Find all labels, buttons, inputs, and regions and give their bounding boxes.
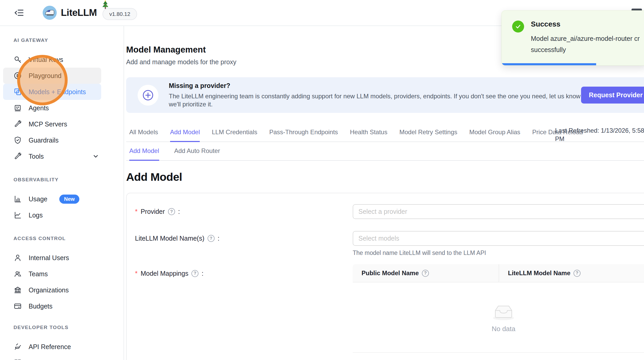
sidebar-item-guardrails[interactable]: Guardrails <box>3 132 101 148</box>
collapse-sidebar-icon[interactable] <box>14 8 25 18</box>
chevron-down-icon <box>92 153 99 160</box>
sidebar-item-api-reference[interactable]: API Reference <box>3 339 101 355</box>
column-litellm-model-name: LiteLLM Model Name ? <box>499 264 644 282</box>
bank-icon <box>14 286 22 294</box>
banner-body-line2: we'll prioritize it. <box>169 100 593 108</box>
provider-row: * Provider ? : <box>127 204 644 219</box>
sidebar-item-models-endpoints[interactable]: Models + Endpoints <box>3 84 101 100</box>
success-check-icon <box>512 21 524 33</box>
last-refreshed-timestamp: Last Refreshed: 1/13/2026, 5:58: PM <box>555 126 644 143</box>
main-content: Model Management Add and manage models f… <box>124 26 644 360</box>
missing-provider-banner: Missing a provider? The LiteLLM engineer… <box>126 77 644 113</box>
help-icon[interactable]: ? <box>191 270 198 277</box>
provider-label: * Provider ? : <box>127 204 353 219</box>
models-squares-icon <box>14 88 22 96</box>
key-icon <box>14 55 22 64</box>
help-icon[interactable]: ? <box>168 208 175 215</box>
shield-check-icon <box>14 136 22 144</box>
credit-card-icon <box>14 302 22 310</box>
model-mappings-row: * Model Mappings ? : Public Model Name ?… <box>127 264 644 353</box>
wrench-icon <box>14 152 22 160</box>
request-provider-button[interactable]: Request Provider <box>581 87 644 104</box>
bar-chart-icon <box>14 195 22 203</box>
toast-message: Model azure_ai/azure-model-router cr suc… <box>531 33 640 55</box>
sidebar-item-label: Organizations <box>29 286 69 294</box>
tab-add-model[interactable]: Add Model <box>170 128 200 142</box>
user-icon <box>14 254 22 262</box>
play-circle-icon <box>14 72 22 80</box>
empty-state: No data <box>353 282 644 353</box>
model-mappings-label: * Model Mappings ? : <box>127 264 353 282</box>
sidebar-item-label: Internal Users <box>29 254 69 262</box>
sidebar-item-usage[interactable]: Usage New <box>3 191 101 207</box>
sidebar-item-label: Logs <box>29 211 43 219</box>
sidebar-nav: AI GATEWAY Virtual Keys Playground Model… <box>0 26 124 360</box>
no-data-text: No data <box>492 325 515 333</box>
tab-pass-through-endpoints[interactable]: Pass-Through Endpoints <box>269 128 338 142</box>
plus-circle-icon <box>138 85 158 106</box>
help-icon[interactable]: ? <box>574 270 581 277</box>
tab-model-group-alias[interactable]: Model Group Alias <box>469 128 520 142</box>
success-toast: Success Model azure_ai/azure-model-route… <box>501 10 644 66</box>
toast-title: Success <box>531 20 640 28</box>
line-chart-icon <box>14 211 22 219</box>
banner-body-line1: The LiteLLM engineering team is constant… <box>169 92 593 100</box>
wrench-icon <box>14 120 22 128</box>
litellm-logo <box>43 6 57 20</box>
model-names-select[interactable] <box>353 231 644 246</box>
sidebar-item-teams[interactable]: Teams <box>3 266 101 282</box>
table-header-row: Public Model Name ? LiteLLM Model Name ? <box>353 264 644 282</box>
sidebar-item-label: Budgets <box>29 303 53 310</box>
section-developer-tools: DEVELOPER TOOLS <box>14 325 124 331</box>
sidebar-item-label: Virtual Keys <box>29 56 63 63</box>
tab-health-status[interactable]: Health Status <box>350 128 387 142</box>
add-model-subtabs: Add Model Add Auto Router <box>126 142 644 161</box>
add-model-form-card: * Provider ? : LiteLLM Model Name(s) ? :… <box>126 193 644 360</box>
model-names-label: LiteLLM Model Name(s) ? : <box>127 231 353 246</box>
robot-icon <box>14 104 22 112</box>
sidebar-item-mcp-servers[interactable]: MCP Servers <box>3 116 101 132</box>
model-mappings-table: Public Model Name ? LiteLLM Model Name ? <box>353 264 644 353</box>
help-icon[interactable]: ? <box>422 270 429 277</box>
section-ai-gateway: AI GATEWAY <box>14 37 124 44</box>
banner-title: Missing a provider? <box>169 82 593 89</box>
help-icon[interactable]: ? <box>208 235 215 242</box>
model-management-tabs: All Models Add Model LLM Credentials Pas… <box>126 128 644 142</box>
section-observability: OBSERVABILITY <box>14 177 124 183</box>
subtab-add-auto-router[interactable]: Add Auto Router <box>174 147 220 161</box>
tab-llm-credentials[interactable]: LLM Credentials <box>212 128 257 142</box>
sidebar-item-tools[interactable]: Tools <box>3 148 101 164</box>
sidebar-item-virtual-keys[interactable]: Virtual Keys <box>3 52 101 68</box>
sidebar-item-budgets[interactable]: Budgets <box>3 298 101 314</box>
new-badge: New <box>59 195 79 204</box>
sidebar-item-label: Guardrails <box>29 137 59 144</box>
plug-icon <box>14 343 22 351</box>
sidebar-item-internal-users[interactable]: Internal Users <box>3 250 101 266</box>
sidebar-item-label: MCP Servers <box>29 120 67 128</box>
required-marker: * <box>135 208 138 215</box>
sidebar-item-label: Tools <box>29 153 44 160</box>
required-marker: * <box>135 270 138 277</box>
add-model-heading: Add Model <box>126 171 644 183</box>
users-icon <box>14 270 22 278</box>
sidebar-item-label: Playground <box>29 72 61 80</box>
toast-progress-bar <box>502 63 596 65</box>
tab-model-retry-settings[interactable]: Model Retry Settings <box>399 128 457 142</box>
inbox-icon <box>492 302 516 321</box>
subtab-add-model[interactable]: Add Model <box>129 147 159 161</box>
christmas-tree-icon <box>101 0 110 10</box>
sidebar-item-logs[interactable]: Logs <box>3 207 101 223</box>
sidebar-item-agents[interactable]: Agents <box>3 100 101 116</box>
section-access-control: ACCESS CONTROL <box>14 236 124 242</box>
provider-select[interactable] <box>353 204 644 219</box>
column-public-model-name: Public Model Name ? <box>353 269 499 277</box>
model-names-helper: The model name LiteLLM will send to the … <box>353 249 644 256</box>
sidebar-item-organizations[interactable]: Organizations <box>3 282 101 298</box>
sidebar-item-label: AI Hub <box>29 359 48 360</box>
sidebar-item-ai-hub[interactable]: AI Hub <box>3 355 101 360</box>
tab-all-models[interactable]: All Models <box>129 128 158 142</box>
sidebar-item-label: Models + Endpoints <box>29 88 86 96</box>
sidebar-item-label: API Reference <box>29 343 71 351</box>
sidebar-item-label: Agents <box>29 104 49 112</box>
sidebar-item-playground[interactable]: Playground <box>3 68 101 84</box>
